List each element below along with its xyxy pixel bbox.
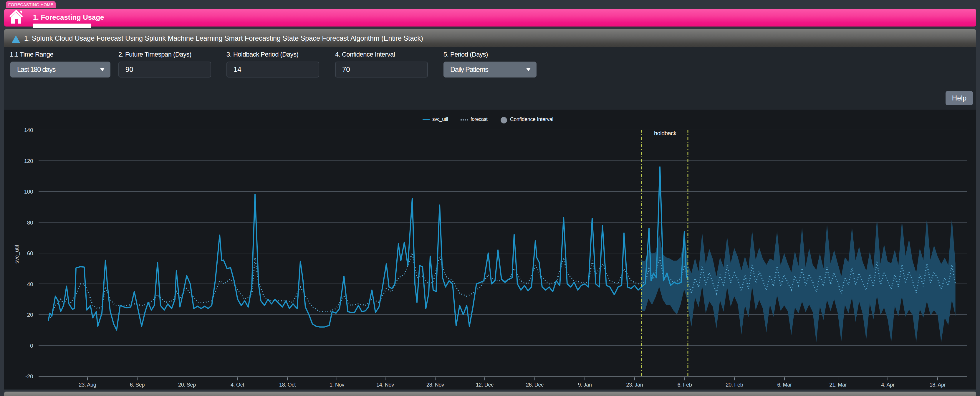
svg-text:21. Mar: 21. Mar [829,382,847,388]
svg-text:4. Apr: 4. Apr [881,382,895,388]
svg-text:svc_util: svc_util [14,245,20,263]
svg-text:120: 120 [24,158,33,164]
svg-text:4. Oct: 4. Oct [231,382,244,388]
svg-text:18. Apr: 18. Apr [930,382,946,388]
svg-text:12. Dec: 12. Dec [476,382,493,388]
svg-text:14. Nov: 14. Nov [376,382,394,388]
svg-text:-20: -20 [25,373,33,380]
svg-text:100: 100 [24,188,33,195]
svg-text:6. Feb: 6. Feb [677,382,692,388]
svg-text:140: 140 [24,127,33,133]
svg-text:20. Feb: 20. Feb [726,382,743,388]
svg-text:18. Oct: 18. Oct [279,382,296,388]
svg-text:6. Sep: 6. Sep [130,382,145,388]
svg-text:0: 0 [30,343,33,349]
svg-text:40: 40 [27,281,33,287]
svg-text:26. Dec: 26. Dec [526,382,544,388]
svg-text:23. Aug: 23. Aug [79,382,96,388]
svg-text:28. Nov: 28. Nov [426,382,444,388]
svg-text:60: 60 [27,250,33,256]
svg-text:80: 80 [27,219,33,226]
svg-text:20: 20 [27,312,33,318]
svg-text:1. Nov: 1. Nov [329,382,345,388]
svg-text:23. Jan: 23. Jan [626,382,643,388]
svg-text:holdback: holdback [654,130,677,136]
svg-text:9. Jan: 9. Jan [578,382,592,388]
svg-text:6. Mar: 6. Mar [777,382,792,388]
svg-text:20. Sep: 20. Sep [178,382,196,388]
